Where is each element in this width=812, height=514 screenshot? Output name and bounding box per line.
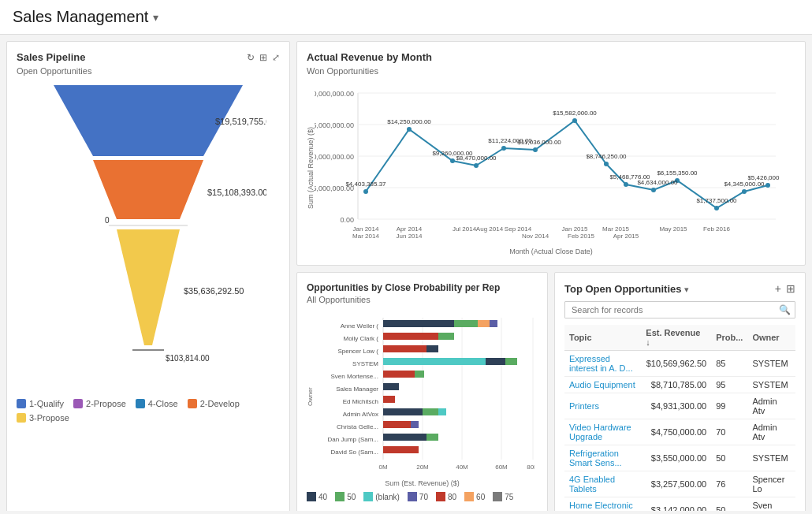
bar-row0-seg1 [454, 320, 478, 327]
opp-topic-cell[interactable]: Refrigeration Smart Sens... [564, 445, 641, 471]
opp-chevron-icon[interactable]: ▾ [684, 285, 689, 294]
bar-legend-label-50: 50 [347, 493, 356, 501]
opp-topic-cell[interactable]: 4G Enabled Tablets [564, 471, 641, 497]
opp-owner-cell: Spencer Lo [747, 471, 795, 497]
revenue-point-2 [450, 158, 455, 163]
revenue-title: Actual Revenue by Month [307, 51, 432, 63]
funnel-segment-develop[interactable] [93, 160, 203, 219]
revenue-point-4 [501, 146, 506, 151]
bottom-row: Opportunities by Close Probability per R… [296, 272, 806, 511]
legend-dot-develop [188, 399, 197, 408]
bar-legend-80: 80 [436, 492, 456, 501]
opp-revenue-cell: $4,750,000.00 [641, 419, 711, 445]
revenue-point-6 [572, 118, 577, 123]
opp-plus-icon[interactable]: + [775, 282, 781, 295]
svg-text:$11,036,000.00: $11,036,000.00 [517, 139, 561, 146]
opp-prob-cell: 99 [711, 393, 747, 419]
funnel-segment-propose[interactable] [117, 229, 180, 345]
bar-row1-seg1 [438, 333, 454, 340]
opp-grid-icon[interactable]: ⊞ [786, 282, 795, 295]
bar-row9-seg1 [426, 434, 438, 441]
refresh-icon[interactable]: ↻ [247, 52, 255, 63]
svg-text:$8,470,000.00: $8,470,000.00 [456, 155, 497, 162]
bar-legend-dot-75 [493, 492, 502, 501]
svg-text:Christa Gelle...: Christa Gelle... [337, 423, 378, 430]
svg-text:15,000,000.00: 15,000,000.00 [315, 121, 354, 129]
opp-owner-cell: Sven Mort [747, 497, 795, 512]
bar-row1-seg0 [383, 333, 438, 340]
label-zero: 0 [105, 216, 110, 225]
opp-topic-cell[interactable]: Video Hardware Upgrade [564, 419, 641, 445]
legend-label-propose: 2-Propose [86, 399, 126, 408]
revenue-point-5 [533, 147, 538, 152]
svg-text:SYSTEM: SYSTEM [352, 360, 378, 367]
bar-legend-dot-50 [335, 492, 345, 501]
bar-subtitle: All Opportunities [307, 295, 538, 304]
bar-row3-seg1 [486, 358, 505, 365]
bar-row0-seg2 [478, 320, 490, 327]
bar-chart-area: Owner Anne Weiler ( Molly Clark ( Spence… [307, 314, 538, 479]
bar-title: Opportunities by Close Probability per R… [307, 282, 538, 293]
legend-close: 4-Close [136, 399, 178, 408]
grid-icon[interactable]: ⊞ [259, 52, 267, 63]
svg-text:80M: 80M [527, 464, 535, 471]
bar-legend: 40 50 (blank) 70 [307, 492, 538, 501]
opp-header-icons: + ⊞ [775, 282, 795, 295]
funnel-segment-qualify[interactable] [54, 85, 243, 156]
bar-row3-seg2 [505, 358, 517, 365]
right-column: Actual Revenue by Month Won Opportunitie… [296, 41, 806, 511]
dashboard: Sales Pipeline ↻ ⊞ ⤢ Open Opportunities [0, 35, 812, 511]
revenue-point-11 [714, 206, 719, 210]
svg-text:Ed Michitsch: Ed Michitsch [343, 398, 378, 405]
legend-develop: 2-Develop [188, 399, 240, 408]
col-revenue[interactable]: Est. Revenue ↓ [641, 325, 711, 351]
svg-text:Nov 2014: Nov 2014 [522, 233, 549, 240]
revenue-point-3 [474, 163, 479, 168]
svg-text:Spencer Low (: Spencer Low ( [337, 348, 378, 355]
sort-icon: ↓ [646, 337, 650, 347]
svg-text:Molly Clark (: Molly Clark ( [344, 335, 379, 342]
col-prob[interactable]: Prob... [711, 325, 747, 351]
opp-search-box: 🔍 [564, 301, 795, 318]
svg-text:40M: 40M [456, 464, 468, 471]
col-topic[interactable]: Topic [564, 325, 641, 351]
svg-text:Apr 2014: Apr 2014 [397, 225, 423, 233]
opp-topic-cell[interactable]: Home Electronic Systems... [564, 497, 641, 512]
svg-text:$4,345,000.00: $4,345,000.00 [724, 181, 765, 188]
legend-dot-propose [73, 399, 83, 408]
col-owner[interactable]: Owner [747, 325, 795, 351]
svg-text:$15,582,000.00: $15,582,000.00 [553, 110, 597, 117]
bar-row5-seg0 [383, 383, 399, 390]
bar-legend-75: 75 [493, 492, 513, 501]
opp-header-row: Topic Est. Revenue ↓ Prob... Owner [564, 325, 795, 351]
expand-icon[interactable]: ⤢ [272, 52, 280, 63]
svg-text:May 2015: May 2015 [659, 225, 687, 233]
opp-search-input[interactable] [564, 301, 795, 318]
bar-row8-seg1 [411, 421, 419, 428]
page-title: Sales Management [13, 8, 148, 26]
bar-legend-blank: (blank) [363, 492, 400, 501]
opp-topic-cell[interactable]: Printers [564, 393, 641, 419]
revenue-point-1 [407, 127, 412, 132]
revenue-header: Actual Revenue by Month [307, 51, 795, 63]
app-header: Sales Management ▾ [0, 0, 812, 35]
svg-text:Dan Jump (Sam...: Dan Jump (Sam... [328, 436, 378, 443]
opp-topic-cell[interactable]: Audio Equipment [564, 377, 641, 393]
opp-prob-cell: 85 [711, 351, 747, 377]
bar-row2-seg0 [383, 345, 426, 352]
revenue-card: Actual Revenue by Month Won Opportunitie… [296, 41, 806, 266]
opp-topic-cell[interactable]: Expressed interest in A. D... [564, 351, 641, 377]
svg-text:Feb 2016: Feb 2016 [703, 225, 730, 233]
header-chevron-icon[interactable]: ▾ [153, 11, 158, 24]
svg-text:Mar 2014: Mar 2014 [352, 233, 379, 240]
svg-text:10,000,000.00: 10,000,000.00 [315, 153, 354, 161]
bar-legend-label-75: 75 [505, 493, 513, 501]
bar-legend-label-blank: (blank) [375, 493, 400, 501]
revenue-y-label: Sum (Actual Revenue) ($) [307, 85, 315, 251]
svg-text:$5,426,000.00: $5,426,000.00 [747, 174, 780, 181]
opp-table-row: Audio Equipment $8,710,785.00 95 SYSTEM [564, 377, 795, 393]
opp-table-head: Topic Est. Revenue ↓ Prob... Owner [564, 325, 795, 351]
pipeline-icons: ↻ ⊞ ⤢ [247, 52, 280, 63]
revenue-point-9 [651, 188, 656, 192]
opp-revenue-cell: $4,931,300.00 [641, 393, 711, 419]
